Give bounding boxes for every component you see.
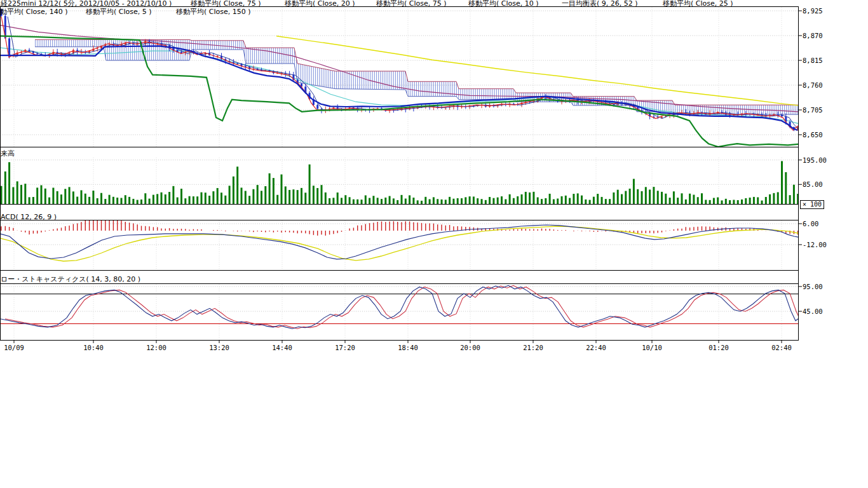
price-axis-label: 8,705	[803, 107, 823, 114]
time-axis-label: 21:20	[523, 344, 543, 351]
legend-item: 移動平均( Close, 20 )	[285, 0, 355, 7]
time-axis-label: 02:40	[771, 344, 792, 351]
price-axis-label: 8,815	[803, 57, 823, 64]
legend-item: 動平均( Close, 140 )	[0, 8, 68, 15]
time-axis-label: 14:40	[272, 344, 292, 351]
chart-title: 経225mini 12/12( 5分, 2012/10/05 - 2012/10…	[1, 0, 172, 7]
time-axis-label: 10/10	[642, 344, 662, 351]
time-axis-label: 10:40	[83, 344, 104, 351]
legend-item: 移動平均( Close, 75 )	[376, 0, 447, 7]
stoch-axis-label: 45.00	[803, 308, 823, 315]
legend-item: 移動平均( Close, 150 )	[176, 8, 251, 15]
chart-window: 経225mini 12/12( 5分, 2012/10/05 - 2012/10…	[0, 0, 868, 488]
time-axis-label: 13:20	[209, 344, 229, 351]
time-axis-label: 12:00	[146, 344, 166, 351]
macd-axis-label: -12.00	[803, 241, 827, 248]
chart-canvas[interactable]	[0, 0, 868, 488]
volume-axis-label: 195.00	[803, 157, 827, 164]
time-axis-label: 17:20	[335, 344, 355, 351]
legend-item: 移動平均( Close, 25 )	[663, 0, 733, 7]
time-axis-label: 10/09	[4, 344, 24, 351]
volume-panel-label: 来高	[1, 150, 15, 157]
macd-panel-label: ACD( 12, 26, 9 )	[1, 214, 57, 220]
stoch-panel-label: ロー・ストキャスティクス( 14, 3, 80, 20 )	[1, 276, 140, 283]
stoch-axis-label: 95.00	[803, 283, 823, 290]
legend-item: 移動平均( Close, 75 )	[191, 0, 261, 7]
price-axis-label: 8,870	[803, 32, 823, 39]
time-axis-label: 20:00	[460, 344, 480, 351]
price-axis-label: 8,760	[803, 82, 823, 89]
macd-axis-label: 6.00	[803, 220, 818, 227]
time-axis-label: 22:40	[586, 344, 606, 351]
price-axis-label: 8,925	[803, 8, 823, 15]
legend-item: 一目均衡表( 9, 26, 52 )	[562, 0, 638, 7]
legend-item: 移動平均( Close, 10 )	[468, 0, 539, 7]
volume-multiplier-badge: × 100	[800, 200, 824, 209]
time-axis-label: 18:40	[398, 344, 418, 351]
volume-axis-label: 85.00	[803, 181, 823, 188]
price-axis-label: 8,650	[803, 132, 823, 139]
time-axis-label: 01:20	[709, 344, 729, 351]
legend-item: 移動平均( Close, 5 )	[86, 8, 152, 15]
